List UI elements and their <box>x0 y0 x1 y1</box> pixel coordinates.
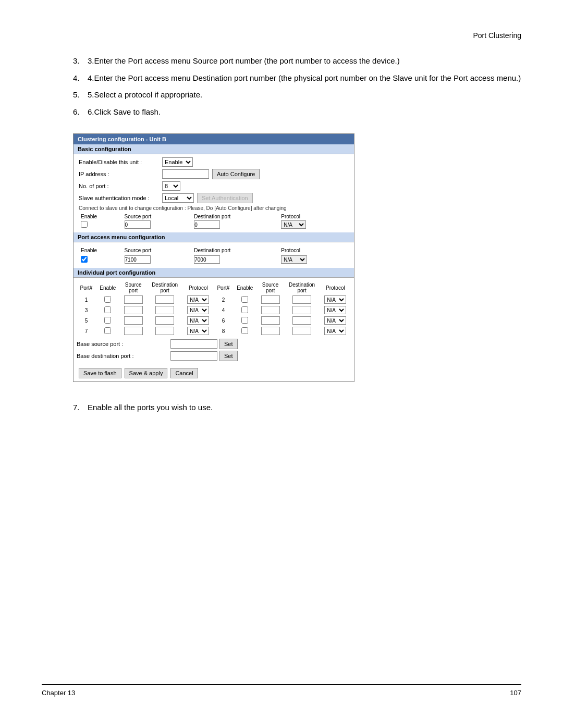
base-source-input[interactable] <box>170 339 217 349</box>
page-title: Port Clustering <box>473 31 521 40</box>
port5-enable[interactable] <box>104 317 111 324</box>
pa-col-dest: Destination port <box>192 246 279 254</box>
pa-enable-checkbox[interactable] <box>81 256 88 263</box>
pa-dest-input[interactable] <box>194 255 220 264</box>
port2-enable[interactable] <box>241 296 248 303</box>
enable-disable-row: Enable/Disable this unit : Enable Disabl… <box>79 157 349 167</box>
port3-source[interactable] <box>124 306 143 314</box>
no-of-port-label: No. of port : <box>79 183 162 189</box>
port2-source[interactable] <box>261 295 280 304</box>
table-row: 5 N/ATCPUDP 6 N/ATCPUDP <box>77 315 351 326</box>
base-dest-input[interactable] <box>170 351 217 361</box>
enable-label: Enable/Disable this unit : <box>79 159 162 165</box>
pa-col-enable: Enable <box>79 246 123 254</box>
port3-dest[interactable] <box>155 306 174 314</box>
auto-configure-button[interactable]: Auto Configure <box>212 169 260 179</box>
port1-enable[interactable] <box>104 296 111 303</box>
pa-col-protocol: Protocol <box>279 246 349 254</box>
port5-source[interactable] <box>124 316 143 325</box>
ip-address-row: IP address : 192.168.1.81 Auto Configure <box>79 169 349 179</box>
action-buttons: Save to flash Save & apply Cancel <box>74 365 354 381</box>
individual-port-table: Port# Enable Sourceport Destinationport … <box>77 281 351 336</box>
pa-source-input[interactable] <box>125 255 151 264</box>
port-access-header: Port access menu configuration <box>74 232 354 242</box>
page-number: 107 <box>510 689 521 697</box>
pa-col-source: Source port <box>123 246 192 254</box>
base-dest-set-button[interactable]: Set <box>219 351 238 361</box>
footer: Chapter 13 107 <box>42 684 521 697</box>
port3-enable[interactable] <box>104 306 111 313</box>
port-access-table: Enable Source port Destination port Prot… <box>79 246 349 265</box>
connect-source-input[interactable] <box>125 220 151 229</box>
port8-protocol[interactable]: N/ATCPUDP <box>324 327 346 335</box>
no-of-port-select[interactable]: 8 4 16 24 <box>162 181 180 191</box>
set-authentication-button[interactable]: Set Authentication <box>197 193 253 203</box>
table-row: 3 N/ATCPUDP 4 N/ATCPUDP <box>77 305 351 315</box>
table-row: 1 N/ATCPUDP 2 N/ATCPUDP <box>77 294 351 305</box>
base-source-set-button[interactable]: Set <box>219 339 238 349</box>
port2-protocol[interactable]: N/ATCPUDP <box>324 295 346 304</box>
pa-protocol-select[interactable]: N/ATCPUDP <box>281 255 307 264</box>
port1-dest[interactable] <box>155 295 174 304</box>
port3-protocol[interactable]: N/ATCPUDP <box>187 306 209 314</box>
port8-source[interactable] <box>261 327 280 335</box>
individual-port-header: Individual port configuration <box>74 268 354 278</box>
instruction-5: 5. Select a protocol if appropriate. <box>73 89 521 101</box>
save-to-flash-button[interactable]: Save to flash <box>79 368 121 378</box>
port7-dest[interactable] <box>155 327 174 335</box>
enable-select[interactable]: Enable Disable <box>162 157 193 167</box>
slave-auth-select[interactable]: Local Remote <box>162 193 194 203</box>
instruction-4: 4. Enter the Port access menu Destinatio… <box>73 72 521 84</box>
ip-label: IP address : <box>79 171 162 177</box>
connect-row: N/ATCPUDP <box>79 220 349 229</box>
port8-enable[interactable] <box>241 327 248 334</box>
base-dest-label: Base destination port : <box>77 353 170 359</box>
port7-enable[interactable] <box>104 327 111 334</box>
ip-input[interactable]: 192.168.1.81 <box>162 169 209 179</box>
col-dest-port: Destination port <box>192 213 279 220</box>
config-title: Clustering configuration - Unit B <box>74 134 354 144</box>
port4-enable[interactable] <box>241 306 248 313</box>
port4-dest[interactable] <box>292 306 311 314</box>
instruction-6: 6. Click Save to flash. <box>73 106 521 118</box>
config-panel: Clustering configuration - Unit B Basic … <box>73 133 354 382</box>
save-apply-button[interactable]: Save & apply <box>125 368 168 378</box>
port-access-row: N/ATCPUDP <box>79 254 349 265</box>
port1-source[interactable] <box>124 295 143 304</box>
port6-dest[interactable] <box>292 316 311 325</box>
connect-protocol-select[interactable]: N/ATCPUDP <box>281 220 306 229</box>
cancel-button[interactable]: Cancel <box>170 368 198 378</box>
port5-protocol[interactable]: N/ATCPUDP <box>187 316 209 325</box>
base-source-row: Base source port : Set <box>77 339 351 349</box>
col-source-port: Source port <box>123 213 192 220</box>
port1-protocol[interactable]: N/ATCPUDP <box>187 295 209 304</box>
col-enable: Enable <box>79 213 123 220</box>
slave-auth-label: Slave authentication mode : <box>79 195 162 201</box>
port6-protocol[interactable]: N/ATCPUDP <box>324 316 346 325</box>
port4-protocol[interactable]: N/ATCPUDP <box>324 306 346 314</box>
instruction-3: 3. Enter the Port access menu Source por… <box>73 55 521 67</box>
col-protocol: Protocol <box>279 213 349 220</box>
table-row: 7 N/ATCPUDP 8 N/ATCPUDP <box>77 326 351 336</box>
port5-dest[interactable] <box>155 316 174 325</box>
port6-enable[interactable] <box>241 317 248 324</box>
port6-source[interactable] <box>261 316 280 325</box>
slave-auth-row: Slave authentication mode : Local Remote… <box>79 193 349 203</box>
instruction-7: 7. Enable all the ports you wish to use. <box>73 403 521 412</box>
port7-protocol[interactable]: N/ATCPUDP <box>187 327 209 335</box>
chapter-label: Chapter 13 <box>42 689 75 697</box>
port2-dest[interactable] <box>292 295 311 304</box>
port7-source[interactable] <box>124 327 143 335</box>
basic-config-header: Basic configuration <box>74 144 354 154</box>
port4-source[interactable] <box>261 306 280 314</box>
connect-table: Enable Source port Destination port Prot… <box>79 213 349 229</box>
connect-note: Connect to slave unit to change configur… <box>79 205 349 211</box>
base-source-label: Base source port : <box>77 341 170 347</box>
connect-dest-input[interactable] <box>194 220 220 229</box>
port8-dest[interactable] <box>292 327 311 335</box>
connect-enable-checkbox[interactable] <box>81 221 88 228</box>
base-dest-row: Base destination port : Set <box>77 351 351 361</box>
no-of-port-row: No. of port : 8 4 16 24 <box>79 181 349 191</box>
